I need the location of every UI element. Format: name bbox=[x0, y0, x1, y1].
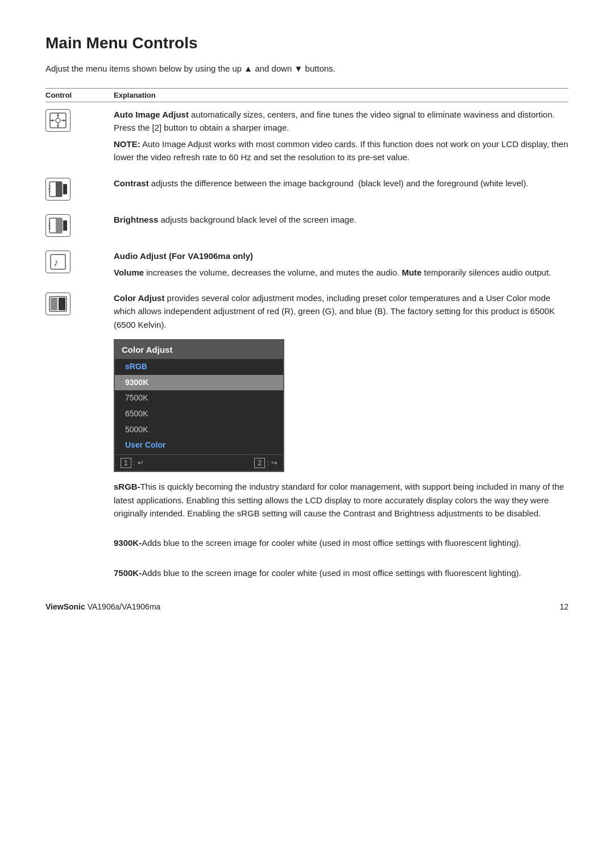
row-audio: ♪ Audio Adjust (For VA1906ma only) Volum… bbox=[45, 249, 569, 279]
brightness-icon bbox=[45, 214, 70, 237]
svg-text:♪: ♪ bbox=[53, 257, 59, 268]
explanation-auto-image: Auto Image Adjust automatically sizes, c… bbox=[114, 108, 569, 164]
svg-rect-21 bbox=[56, 218, 62, 233]
footer-page-number: 12 bbox=[559, 602, 569, 611]
osd-item-7500k: 7500K bbox=[115, 390, 283, 406]
explanation-audio: Audio Adjust (For VA1906ma only) Volume … bbox=[114, 249, 569, 279]
svg-point-5 bbox=[56, 118, 60, 123]
col-control-header: Control bbox=[45, 91, 114, 99]
osd-item-user-color: User Color bbox=[115, 437, 283, 453]
explanation-color: Color Adjust provides several color adju… bbox=[114, 291, 569, 579]
osd-btn1: 1 : ↵ bbox=[121, 457, 144, 469]
7500k-para: 7500K-Adds blue to the screen image for … bbox=[114, 566, 569, 579]
icon-cell-brightness bbox=[45, 213, 114, 237]
osd-item-srgb: sRGB bbox=[115, 359, 283, 375]
9300k-para: 9300K-Adds blue to the screen image for … bbox=[114, 536, 569, 549]
auto-image-adjust-icon bbox=[45, 109, 70, 132]
osd-btn2: 2 : ↪ bbox=[254, 457, 277, 469]
color-adjust-icon bbox=[45, 293, 70, 315]
page-footer: ViewSonic VA1906a/VA1906ma 12 bbox=[45, 602, 569, 611]
osd-title: Color Adjust bbox=[115, 340, 283, 359]
icon-cell-auto-image bbox=[45, 108, 114, 132]
brightness-p1: Brightness adjusts background black leve… bbox=[114, 213, 569, 226]
color-p1: Color Adjust provides several color adju… bbox=[114, 291, 569, 331]
explanation-brightness: Brightness adjusts background black leve… bbox=[114, 213, 569, 226]
icon-cell-contrast bbox=[45, 177, 114, 201]
icon-cell-color bbox=[45, 291, 114, 315]
auto-image-p1: Auto Image Adjust automatically sizes, c… bbox=[114, 108, 569, 135]
svg-marker-8 bbox=[51, 119, 53, 122]
auto-image-p2: NOTE: Auto Image Adjust works with most … bbox=[114, 137, 569, 164]
footer-brand-model: ViewSonic VA1906a/VA1906ma bbox=[45, 602, 160, 611]
row-auto-image-adjust: Auto Image Adjust automatically sizes, c… bbox=[45, 108, 569, 164]
osd-item-9300k: 9300K bbox=[115, 375, 283, 391]
col-explanation-header: Explanation bbox=[114, 91, 569, 99]
svg-rect-15 bbox=[56, 182, 62, 197]
footer-model: VA1906a/VA1906ma bbox=[88, 602, 161, 611]
contrast-p1: Contrast adjusts the difference between … bbox=[114, 177, 569, 190]
contrast-icon bbox=[45, 178, 70, 201]
svg-marker-7 bbox=[57, 125, 59, 127]
intro-text: Adjust the menu items shown below by usi… bbox=[45, 62, 569, 76]
row-color-adjust: Color Adjust provides several color adju… bbox=[45, 291, 569, 579]
osd-item-6500k: 6500K bbox=[115, 406, 283, 422]
svg-rect-27 bbox=[59, 298, 65, 310]
osd-item-5000k: 5000K bbox=[115, 422, 283, 438]
explanation-contrast: Contrast adjusts the difference between … bbox=[114, 177, 569, 190]
audio-icon: ♪ bbox=[45, 251, 70, 273]
svg-rect-26 bbox=[51, 298, 57, 310]
page-title: Main Menu Controls bbox=[45, 34, 569, 52]
row-brightness: Brightness adjusts background black leve… bbox=[45, 213, 569, 237]
table-header: Control Explanation bbox=[45, 88, 569, 102]
svg-marker-9 bbox=[63, 119, 65, 122]
svg-rect-22 bbox=[63, 220, 67, 231]
icon-cell-audio: ♪ bbox=[45, 249, 114, 273]
footer-brand: ViewSonic bbox=[45, 602, 88, 611]
row-contrast: Contrast adjusts the difference between … bbox=[45, 177, 569, 201]
osd-footer: 1 : ↵ 2 : ↪ bbox=[115, 454, 283, 471]
audio-p1: Audio Adjust (For VA1906ma only) bbox=[114, 249, 569, 262]
osd-color-adjust: Color Adjust sRGB 9300K 7500K 6500K 5000… bbox=[114, 339, 284, 473]
srgb-para: sRGB-This is quickly becoming the indust… bbox=[114, 480, 569, 520]
svg-rect-16 bbox=[63, 184, 67, 194]
svg-marker-6 bbox=[57, 114, 59, 116]
audio-p2: Volume increases the volume, decreases t… bbox=[114, 266, 569, 279]
